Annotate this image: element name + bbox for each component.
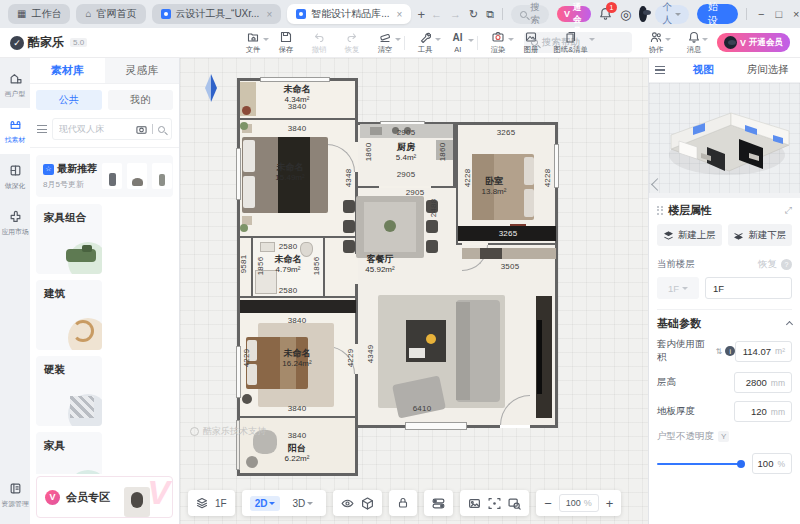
back-icon[interactable]: ← (431, 8, 442, 20)
save-button[interactable]: 保存 (269, 31, 302, 55)
window[interactable] (554, 144, 559, 188)
vip-upgrade-badge[interactable]: V开通会员 (717, 33, 790, 52)
image-icon[interactable] (468, 497, 481, 510)
file-button[interactable]: 文件 (236, 31, 269, 55)
dining-chair[interactable] (426, 220, 438, 233)
browser-search-button[interactable]: 搜索 (511, 5, 550, 24)
tab-homepage[interactable]: ⌂官网首页 (76, 4, 145, 24)
zoom-in-button[interactable]: + (606, 496, 614, 511)
drawings-list-button[interactable]: 图纸&清单 (547, 31, 595, 55)
3d-preview-viewport[interactable] (649, 83, 800, 193)
vip-upgrade-badge[interactable]: V开通会员 (557, 6, 591, 22)
forward-icon[interactable]: → (450, 8, 461, 20)
duplicate-tab-icon[interactable]: ⧉ (486, 8, 494, 21)
focus-icon[interactable] (488, 497, 501, 510)
recommend-thumbnail[interactable] (152, 163, 172, 189)
new-tab-button[interactable]: + (417, 5, 425, 23)
zoom-level-input[interactable]: 100% (559, 494, 599, 512)
subtab-public[interactable]: 公共 (36, 90, 102, 110)
panel-menu-icon[interactable] (655, 64, 665, 76)
undo-button[interactable]: 撤销 (302, 31, 335, 55)
info-icon[interactable]: i (725, 346, 735, 356)
collaborate-button[interactable]: 协作 (641, 31, 671, 55)
stool[interactable] (242, 394, 252, 404)
tab-inspiration-library[interactable]: 灵感库 (105, 58, 180, 83)
sideboard[interactable] (462, 248, 556, 259)
recommend-thumbnail[interactable] (102, 163, 122, 189)
rail-item-resource-manage[interactable]: 资源管理 (0, 472, 30, 518)
tools-button[interactable]: 工具 (408, 31, 441, 55)
start-design-button[interactable]: 开始设计 (697, 4, 737, 24)
zoom-out-button[interactable]: − (544, 496, 552, 511)
category-furniture-combo[interactable]: 家具组合 (36, 204, 102, 274)
avatar[interactable] (639, 6, 646, 22)
floor-name-input[interactable]: 1F (705, 277, 792, 299)
lock-icon[interactable] (397, 497, 409, 509)
north-compass-icon[interactable] (204, 74, 218, 102)
restore-link[interactable]: 恢复 (758, 258, 777, 271)
dining-chair[interactable] (426, 240, 438, 253)
rail-item-find-material[interactable]: 找素材 (0, 108, 30, 154)
window[interactable] (236, 346, 241, 398)
opacity-slider[interactable] (657, 463, 744, 465)
help-icon[interactable]: ? (781, 259, 792, 270)
tab-room-select[interactable]: 房间选择 (736, 63, 800, 77)
chair[interactable] (242, 106, 251, 115)
expand-icon[interactable]: ⤢ (785, 205, 792, 216)
new-upper-floor-button[interactable]: 新建上层 (657, 224, 722, 246)
recommend-thumbnail[interactable] (127, 163, 147, 189)
close-tab-icon[interactable]: × (397, 9, 403, 20)
floor-height-input[interactable]: 2800mm (734, 372, 792, 393)
dining-chair[interactable] (343, 240, 355, 253)
opacity-value-input[interactable]: 100% (752, 453, 792, 474)
category-list-icon[interactable] (37, 125, 47, 133)
new-lower-floor-button[interactable]: 新建下层 (728, 224, 793, 246)
category-furniture[interactable]: 家具 (36, 432, 102, 474)
mode-3d-button[interactable]: 3D (287, 496, 318, 511)
zoom-area-icon[interactable] (508, 497, 521, 510)
basic-params-header[interactable]: 基础参数 (649, 312, 800, 334)
notification-bell-icon[interactable]: 1 (599, 7, 612, 21)
category-architecture[interactable]: 建筑 (36, 280, 102, 350)
minimize-button[interactable]: − (758, 8, 764, 20)
dining-chair[interactable] (343, 220, 355, 233)
floor-switch[interactable]: 1F (188, 490, 235, 516)
close-button[interactable]: × (793, 8, 799, 20)
cube-icon[interactable] (361, 497, 374, 510)
dining-chair[interactable] (343, 200, 355, 213)
clear-button[interactable]: 清空 (368, 31, 401, 55)
subtab-mine[interactable]: 我的 (108, 90, 174, 110)
render-button[interactable]: 渲染 (481, 31, 514, 55)
record-icon[interactable]: ◎ (620, 8, 631, 21)
rail-item-draw-floorplan[interactable]: 画户型 (0, 62, 30, 108)
drag-handle-icon[interactable] (657, 204, 663, 216)
mode-2d-button[interactable]: 2D (250, 496, 281, 511)
latest-recommend-card[interactable]: ☆最新推荐 8月5号更新 (36, 155, 173, 197)
floor-thickness-input[interactable]: 120mm (734, 401, 792, 422)
eye-icon[interactable] (341, 497, 354, 510)
tab-view[interactable]: 视图 (671, 63, 736, 77)
plant[interactable] (240, 122, 248, 130)
tab-material-library[interactable]: 素材库 (30, 58, 105, 83)
ai-button[interactable]: AIAI (441, 32, 474, 54)
window[interactable] (236, 148, 241, 200)
redo-button[interactable]: 恢复 (335, 31, 368, 55)
camera-search-icon[interactable] (136, 124, 147, 135)
search-icon[interactable] (158, 126, 165, 133)
sort-icon[interactable]: ⇅ (716, 347, 723, 356)
floorplan-canvas[interactable]: 3840 3840 4348 2905 1860 1860 2905 3265 … (180, 58, 648, 524)
toggles-icon[interactable] (432, 497, 445, 510)
material-search-input[interactable]: 现代双人床 (52, 118, 172, 140)
tab-workbench[interactable]: ▦工作台 (8, 4, 70, 24)
rail-item-app-market[interactable]: 应用市场 (0, 200, 30, 246)
slider-knob[interactable] (737, 460, 745, 468)
profile-menu[interactable]: 个人 (655, 5, 690, 24)
vip-zone-banner[interactable]: V 会员专区 V (36, 476, 173, 518)
plant[interactable] (240, 224, 248, 232)
close-tab-icon[interactable]: × (266, 9, 272, 20)
sink[interactable] (260, 242, 275, 252)
messages-button[interactable]: 消息 (680, 31, 708, 55)
refresh-icon[interactable]: ↻ (469, 8, 478, 21)
window[interactable] (260, 77, 330, 82)
rail-item-deepen[interactable]: 做深化 (0, 154, 30, 200)
